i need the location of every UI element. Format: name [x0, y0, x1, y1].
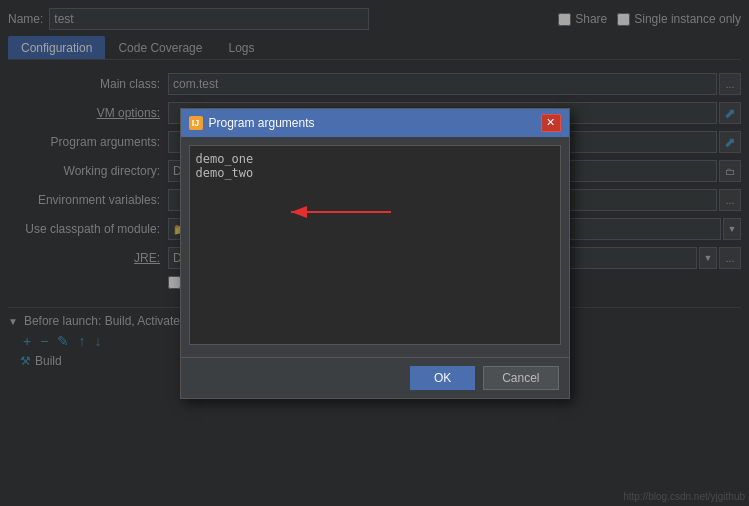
modal-app-icon: IJ — [189, 116, 203, 130]
modal-footer: OK Cancel — [181, 357, 569, 398]
modal-cancel-btn[interactable]: Cancel — [483, 366, 558, 390]
modal-ok-btn[interactable]: OK — [410, 366, 475, 390]
program-args-modal: IJ Program arguments ✕ demo_one demo_two — [180, 108, 570, 399]
modal-title-left: IJ Program arguments — [189, 116, 315, 130]
modal-body: demo_one demo_two — [181, 137, 569, 357]
modal-close-btn[interactable]: ✕ — [541, 114, 561, 132]
modal-overlay: IJ Program arguments ✕ demo_one demo_two — [0, 0, 749, 506]
program-args-textarea[interactable]: demo_one demo_two — [189, 145, 561, 345]
run-config-panel: Name: Share Single instance only Configu… — [0, 0, 749, 506]
modal-titlebar: IJ Program arguments ✕ — [181, 109, 569, 137]
modal-title-text: Program arguments — [209, 116, 315, 130]
